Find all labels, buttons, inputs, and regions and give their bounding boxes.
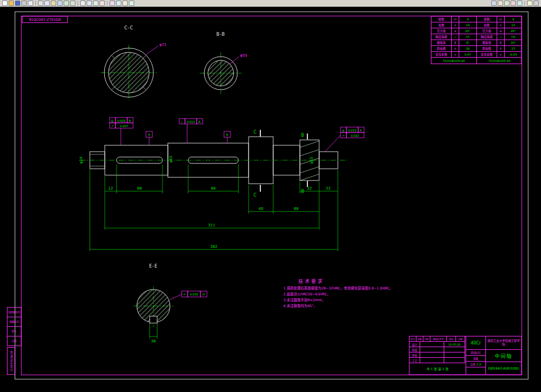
margin-row: 签字 xyxy=(7,327,21,336)
toolbar-group-edit xyxy=(38,1,75,6)
toolbar-separator xyxy=(78,1,78,6)
save-icon[interactable] xyxy=(15,1,20,6)
hyperlink-icon[interactable] xyxy=(129,1,134,6)
toolbar-group-file xyxy=(2,1,33,6)
margin-row: 日期 xyxy=(7,336,21,346)
section-view-cc: C-C φ71 xyxy=(101,26,167,100)
part-name: 中间轴 xyxy=(486,350,521,362)
sheet-frame xyxy=(15,12,528,379)
keyway-section xyxy=(150,316,157,323)
dim-spline-diameter: φ55 xyxy=(310,156,314,164)
paste-icon[interactable] xyxy=(51,1,56,6)
sheet-count: 共 1 张 第 1 张 xyxy=(409,363,466,374)
dim-86-keyway2: 86 xyxy=(211,186,216,191)
section-cut-marks: C C B B xyxy=(253,130,307,198)
tech-requirement-line: 2.齿面淬火HRC50~63HRC。 xyxy=(283,292,460,297)
section-label-ee: E-E xyxy=(149,264,158,269)
margin-record-table: 旧底图总号 底图总号 签字 日期 xyxy=(7,307,21,346)
regen-icon[interactable] xyxy=(99,1,105,6)
dim-311-span: 311 xyxy=(208,223,215,228)
polar-icon[interactable] xyxy=(511,1,516,6)
section-view-bb: B-B φ55 xyxy=(200,32,248,94)
undo-icon[interactable] xyxy=(64,1,69,6)
gdt-symbol: ↗ xyxy=(342,134,345,137)
cut-letter-b-bottom: B xyxy=(301,189,304,194)
gdt-value: 0.022 xyxy=(351,134,359,137)
match-properties-icon[interactable] xyxy=(57,1,63,6)
title-block-header-row: 标记 处数 分区 更改文件号 签名 日期 xyxy=(409,336,466,342)
material-spec: 40Cr xyxy=(466,336,485,350)
drawing-code-box: B10CD07-Z701GB xyxy=(22,16,68,23)
scale-cell: 比例 1:2 xyxy=(466,362,485,367)
insert-table-icon[interactable] xyxy=(116,1,121,6)
dim-cc-diameter: φ71 xyxy=(159,43,167,47)
section-label-cc: C-C xyxy=(124,26,133,30)
zoom-window-icon[interactable] xyxy=(87,1,92,6)
gear-parameter-table: 模数m4模数m4 齿数z14齿数z13 压力角α20°压力角α20° 精度等级—… xyxy=(431,16,522,64)
param-row: 螺旋角β8°螺旋角β20° xyxy=(431,40,521,46)
cut-icon[interactable] xyxy=(38,1,43,6)
signature-row: 审核 xyxy=(409,352,466,358)
param-row: 齿数z14齿数z13 xyxy=(431,22,521,28)
organization-name: 湖南工业大学机械工程学院 xyxy=(486,336,521,350)
gdt-value: 0.012 xyxy=(187,120,195,123)
gdt-datum: D xyxy=(203,293,205,296)
open-icon[interactable] xyxy=(9,1,14,6)
redo-icon[interactable] xyxy=(70,1,75,6)
dyn-input-icon[interactable] xyxy=(517,1,522,6)
gdt-value: 0.030 xyxy=(190,293,198,296)
gdt-value: 0.015 xyxy=(348,129,357,132)
toolbar xyxy=(0,0,541,7)
datum-b-label: B xyxy=(226,133,228,136)
new-icon[interactable] xyxy=(2,1,7,6)
help-icon[interactable] xyxy=(527,1,532,6)
param-row: 变位系数x0.47变位系数x-0.24 xyxy=(431,52,521,58)
plot-icon[interactable] xyxy=(21,1,27,6)
dim-left-diameter: φ24 xyxy=(79,156,83,164)
dim-22-stub: 22 xyxy=(326,186,331,191)
osnap-icon[interactable] xyxy=(491,1,497,6)
title-block-material-column: 40Cr 阶段标记 质量 比例 1:2 xyxy=(466,336,486,374)
param-row: 压力角α20°压力角α20° xyxy=(431,28,521,34)
minimize-icon[interactable] xyxy=(534,1,539,6)
dimensions: 12 88 86 22 22 40 88 311 382 φ24 φ45 φ5 xyxy=(79,155,338,251)
tech-requirement-line: 3.未注圆角半径R=2mm。 xyxy=(283,297,460,303)
zoom-extents-icon[interactable] xyxy=(93,1,98,6)
copy-icon[interactable] xyxy=(44,1,50,6)
drawing-canvas[interactable]: C-C φ71 B-B φ55 xyxy=(0,6,541,392)
dim-40-flange: 40 xyxy=(259,207,264,211)
gdt-datum: A xyxy=(360,129,362,132)
toolbar-group-settings xyxy=(491,1,522,6)
insert-image-icon[interactable] xyxy=(122,1,128,6)
toolbar-separator xyxy=(107,1,107,6)
insert-block-icon[interactable] xyxy=(110,1,115,6)
datum-a-label: A xyxy=(148,133,150,136)
dim-ee-width: 36 xyxy=(151,339,156,343)
toolbar-group-view xyxy=(80,1,105,6)
tech-requirement-line: 4.未注倒角均为45°。 xyxy=(283,303,460,309)
stage-mark-label: 阶段标记 xyxy=(466,350,485,356)
toolbar-group-window xyxy=(527,1,539,6)
grid-icon[interactable] xyxy=(498,1,503,6)
margin-side-block: 借(通)用件登记 xyxy=(7,347,15,375)
print-preview-icon[interactable] xyxy=(28,1,33,6)
section-label-bb: B-B xyxy=(217,32,226,37)
param-label: 模数 xyxy=(431,17,452,22)
toolbar-group-insert xyxy=(110,1,134,6)
section-view-ee: E-E 36 xyxy=(134,264,173,343)
shaft-main-view xyxy=(80,137,347,184)
param-row: 跨齿数k38跨齿数k27 xyxy=(431,46,521,52)
gdt-value: 0.007 xyxy=(120,124,128,128)
toolbar-separator xyxy=(524,1,525,6)
weight-label: 质量 xyxy=(466,356,485,362)
ortho-icon[interactable] xyxy=(504,1,509,6)
dim-88-right: 88 xyxy=(294,207,299,211)
pan-icon[interactable] xyxy=(80,1,86,6)
gdt-symbol: ◎ xyxy=(342,129,345,132)
dim-mid-diameter: φ45 xyxy=(169,155,173,163)
drawing-number: GB5942-A003(00) xyxy=(486,362,521,374)
margin-row: 底图总号 xyxy=(7,317,21,327)
gdt-datum: A xyxy=(198,120,200,123)
param-row: 模数m4模数m4 xyxy=(431,17,521,22)
param-footer-row: 7610GB1605-887610GB1605-88 xyxy=(431,58,521,64)
